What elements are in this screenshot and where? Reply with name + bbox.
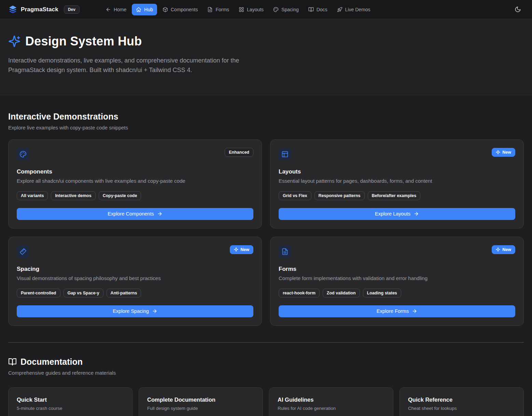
sparkles-icon <box>234 247 238 252</box>
card-title: Components <box>17 168 253 175</box>
arrow-right-icon <box>157 211 163 217</box>
layers-logo-icon <box>8 5 17 14</box>
tag: Anti-patterns <box>107 289 141 297</box>
arrow-right-icon <box>414 211 419 217</box>
sparkles-icon <box>496 150 500 154</box>
explore-layouts-button[interactable]: Explore Layouts <box>279 208 515 220</box>
docs-section-header: Documentation Comprehensive guides and r… <box>8 357 524 376</box>
panels-top-icon <box>279 148 291 161</box>
doc-card-description: 5-minute crash course <box>17 406 124 411</box>
tag: Parent-controlled <box>17 289 60 297</box>
arrow-left-icon <box>106 7 111 12</box>
palette-icon <box>17 148 29 161</box>
file-text-icon <box>279 245 291 258</box>
status-badge: New <box>492 148 515 157</box>
env-badge: Dev <box>64 5 80 14</box>
demo-card-components: Enhanced Components Explore all shadcn/u… <box>8 139 262 228</box>
main-nav: Home Hub Components Forms Layouts <box>101 4 502 15</box>
nav-item-home[interactable]: Home <box>101 4 130 15</box>
doc-card-grid: Quick Start 5-minute crash course Comple… <box>8 387 524 416</box>
layout-grid-icon <box>239 7 244 12</box>
nav-item-live-demos[interactable]: Live Demos <box>333 4 375 15</box>
demos-section-header: Interactive Demonstrations Explore live … <box>8 112 524 130</box>
hero-section: Design System Hub Interactive demonstrat… <box>0 19 532 95</box>
card-title: Forms <box>279 266 515 273</box>
status-badge: Enhanced <box>225 148 253 157</box>
demo-card-grid: Enhanced Components Explore all shadcn/u… <box>8 139 524 326</box>
sparkles-icon <box>496 247 500 252</box>
tag-row: react-hook-form Zod validation Loading s… <box>279 289 515 297</box>
tag-row: Parent-controlled Gap vs Space-y Anti-pa… <box>17 289 253 297</box>
demo-card-forms: New Forms Complete form implementations … <box>270 237 524 326</box>
brand: PragmaStack Dev <box>8 5 80 14</box>
box-icon <box>163 7 168 12</box>
card-title: Spacing <box>17 266 253 273</box>
moon-icon <box>515 6 521 13</box>
explore-components-button[interactable]: Explore Components <box>17 208 253 220</box>
doc-card-title: Quick Start <box>17 397 124 403</box>
top-navbar: PragmaStack Dev Home Hub Components Fo <box>0 0 532 19</box>
theme-toggle-button[interactable] <box>512 3 524 15</box>
doc-card-title: AI Guidelines <box>278 397 385 403</box>
nav-item-hub[interactable]: Hub <box>132 4 157 15</box>
sparkles-icon <box>8 35 20 47</box>
tag: Before/after examples <box>368 191 421 200</box>
card-description: Explore all shadcn/ui components with li… <box>17 178 253 184</box>
tag-row: All variants Interactive demos Copy-past… <box>17 191 253 200</box>
status-badge: New <box>492 245 515 254</box>
explore-spacing-button[interactable]: Explore Spacing <box>17 305 253 317</box>
card-description: Visual demonstrations of spacing philoso… <box>17 275 253 281</box>
doc-card-title: Complete Documentation <box>147 397 254 403</box>
page-description: Interactive demonstrations, live example… <box>8 56 263 75</box>
book-open-icon <box>8 358 17 366</box>
nav-item-spacing[interactable]: Spacing <box>269 4 303 15</box>
section-divider <box>8 342 524 343</box>
nav-item-forms[interactable]: Forms <box>203 4 233 15</box>
doc-card-description: Rules for AI code generation <box>278 406 385 411</box>
demos-heading: Interactive Demonstrations <box>8 112 524 122</box>
status-badge: New <box>230 245 253 254</box>
page-title: Design System Hub <box>25 34 142 48</box>
arrow-right-icon <box>412 308 417 314</box>
file-text-icon <box>207 7 213 12</box>
doc-card-quick-reference[interactable]: Quick Reference Cheat sheet for lookups <box>400 387 524 416</box>
book-open-icon <box>308 7 314 12</box>
brand-name: PragmaStack <box>21 6 58 13</box>
demo-card-layouts: New Layouts Essential layout patterns fo… <box>270 139 524 228</box>
palette-icon <box>273 7 279 12</box>
ruler-icon <box>17 245 29 258</box>
home-icon <box>136 7 141 12</box>
tag: All variants <box>17 191 48 200</box>
tag: Gap vs Space-y <box>64 289 103 297</box>
doc-card-quick-start[interactable]: Quick Start 5-minute crash course <box>8 387 132 416</box>
rocket-icon <box>337 7 342 12</box>
doc-card-ai-guidelines[interactable]: AI Guidelines Rules for AI code generati… <box>269 387 393 416</box>
tag: Zod validation <box>323 289 360 297</box>
docs-heading: Documentation <box>8 357 524 367</box>
tag: Copy-paste code <box>99 191 141 200</box>
card-description: Essential layout patterns for pages, das… <box>279 178 515 184</box>
card-title: Layouts <box>279 168 515 175</box>
docs-subheading: Comprehensive guides and reference mater… <box>8 370 524 376</box>
nav-item-docs[interactable]: Docs <box>304 4 332 15</box>
tag-row: Grid vs Flex Responsive patterns Before/… <box>279 191 515 200</box>
tag: Interactive demos <box>51 191 95 200</box>
arrow-right-icon <box>152 308 157 314</box>
main-content: Interactive Demonstrations Explore live … <box>0 112 532 416</box>
demo-card-spacing: New Spacing Visual demonstrations of spa… <box>8 237 262 326</box>
nav-item-layouts[interactable]: Layouts <box>235 4 268 15</box>
explore-forms-button[interactable]: Explore Forms <box>279 305 515 317</box>
tag: Grid vs Flex <box>279 191 311 200</box>
nav-item-components[interactable]: Components <box>158 4 202 15</box>
doc-card-complete-documentation[interactable]: Complete Documentation Full design syste… <box>139 387 263 416</box>
card-description: Complete form implementations with valid… <box>279 275 515 281</box>
demos-subheading: Explore live examples with copy-paste co… <box>8 125 524 130</box>
tag: Responsive patterns <box>314 191 365 200</box>
tag: react-hook-form <box>279 289 320 297</box>
doc-card-description: Cheat sheet for lookups <box>408 406 515 411</box>
doc-card-title: Quick Reference <box>408 397 515 403</box>
tag: Loading states <box>363 289 401 297</box>
doc-card-description: Full design system guide <box>147 406 254 411</box>
